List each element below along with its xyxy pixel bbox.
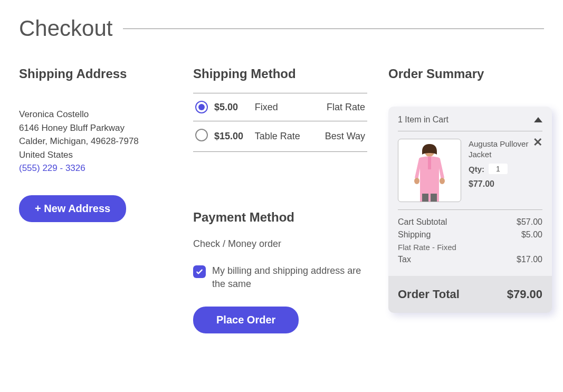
page-title: Checkout <box>19 16 112 41</box>
subtotal-value: $57.00 <box>517 217 542 227</box>
radio-selected-icon[interactable] <box>195 101 208 113</box>
check-icon <box>195 267 204 276</box>
order-summary-heading: Order Summary <box>388 66 552 81</box>
shipping-method-heading: Shipping Method <box>193 66 367 81</box>
order-total-value: $79.00 <box>507 288 542 301</box>
shipping-address-block: Veronica Costello 6146 Honey Bluff Parkw… <box>19 108 172 175</box>
shipping-option-carrier: Flat Rate <box>313 93 367 121</box>
shipping-option-label: Fixed <box>253 93 313 121</box>
item-price: $77.00 <box>469 179 542 189</box>
address-country: United States <box>19 148 172 162</box>
cart-count-label: 1 Item in Cart <box>398 115 449 125</box>
shipping-label: Shipping <box>398 230 431 240</box>
shipping-method-table: $5.00 Fixed Flat Rate $15.00 Table Rate … <box>193 93 367 152</box>
subtotal-label: Cart Subtotal <box>398 217 447 227</box>
same-address-label: My billing and shipping address are the … <box>212 264 367 291</box>
qty-label: Qty: <box>469 165 484 174</box>
shipping-option-price: $5.00 <box>212 93 253 121</box>
remove-item-icon[interactable]: ✕ <box>533 136 542 149</box>
svg-rect-6 <box>431 194 437 202</box>
address-phone[interactable]: (555) 229 - 3326 <box>19 161 172 175</box>
address-name: Veronica Costello <box>19 108 172 121</box>
svg-rect-2 <box>428 157 431 169</box>
header-divider <box>123 28 544 29</box>
shipping-option-carrier: Best Way <box>313 121 367 152</box>
payment-type: Check / Money order <box>193 238 367 250</box>
place-order-button[interactable]: Place Order <box>193 307 299 333</box>
collapse-icon[interactable] <box>534 117 542 122</box>
svg-point-4 <box>440 178 445 184</box>
address-street: 6146 Honey Bluff Parkway <box>19 121 172 135</box>
shipping-option-price: $15.00 <box>212 121 253 152</box>
radio-unselected-icon[interactable] <box>195 129 208 141</box>
svg-point-3 <box>414 178 419 184</box>
shipping-value: $5.00 <box>521 230 542 240</box>
payment-method-heading: Payment Method <box>193 210 367 225</box>
address-city-state-zip: Calder, Michigan, 49628-7978 <box>19 135 172 148</box>
svg-rect-5 <box>422 194 428 202</box>
cart-item: Augusta Pullover Jacket Qty: 1 $77.00 ✕ <box>398 131 542 210</box>
order-summary-card: 1 Item in Cart <box>388 107 552 313</box>
same-address-checkbox[interactable] <box>193 265 206 278</box>
order-total-label: Order Total <box>398 288 460 301</box>
qty-value[interactable]: 1 <box>489 164 508 174</box>
shipping-option-label: Table Rate <box>253 121 313 152</box>
shipping-sub: Flat Rate - Fixed <box>398 243 456 252</box>
tax-value: $17.00 <box>517 255 542 264</box>
shipping-option-row[interactable]: $5.00 Fixed Flat Rate <box>193 93 367 121</box>
shipping-option-row[interactable]: $15.00 Table Rate Best Way <box>193 121 367 152</box>
new-address-button[interactable]: + New Address <box>19 195 126 222</box>
product-name: Augusta Pullover Jacket <box>469 139 542 159</box>
shipping-address-heading: Shipping Address <box>19 66 172 81</box>
tax-label: Tax <box>398 255 411 264</box>
product-thumbnail <box>398 139 461 202</box>
